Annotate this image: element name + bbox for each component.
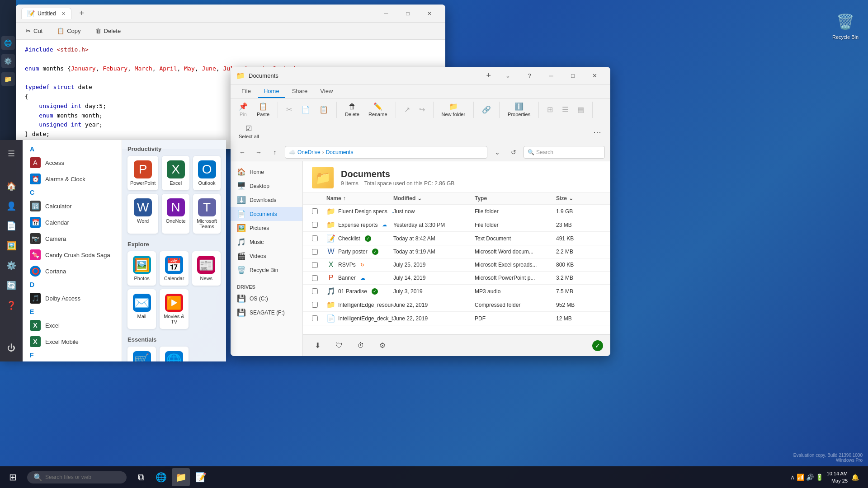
app-candy-crush[interactable]: 🍬 Candy Crush Soda Saga: [23, 247, 122, 263]
maximize-explorer-button[interactable]: □: [562, 69, 583, 83]
tile-msedge[interactable]: 🌐 Microsoft Edge: [160, 347, 188, 361]
col-name[interactable]: Name ↑: [326, 195, 393, 202]
cut-button[interactable]: ✂ Cut: [23, 26, 45, 36]
table-row[interactable]: 📁Fluent Design specs☁ Just now File fold…: [303, 205, 610, 218]
sidebar-downloads[interactable]: ⬇️ Downloads: [231, 193, 302, 207]
tile-calendar[interactable]: 📅 Calendar: [160, 251, 188, 286]
app-excel[interactable]: X Excel: [23, 317, 122, 333]
side-icon-2[interactable]: ⚙️: [1, 54, 15, 68]
task-view-button[interactable]: ⧉: [132, 468, 150, 486]
app-camera[interactable]: 📷 Camera: [23, 230, 122, 247]
row-checkbox[interactable]: [312, 208, 318, 214]
new-folder-button[interactable]: 📁 New folder: [439, 100, 468, 119]
wifi-tray-icon[interactable]: 📶: [797, 474, 804, 481]
footer-download-icon[interactable]: ⬇: [310, 338, 325, 353]
footer-shield-icon[interactable]: 🛡: [332, 338, 346, 353]
app-calendar[interactable]: 📅 Calendar: [23, 214, 122, 230]
ribbon-tab-file[interactable]: File: [236, 85, 256, 98]
app-alarms[interactable]: ⏰ Alarms & Clock: [23, 171, 122, 187]
tile-outlook[interactable]: O Outlook: [193, 156, 221, 190]
select-all-button[interactable]: ☑ Select all: [236, 122, 262, 141]
tile-mail[interactable]: ✉️ Mail: [127, 289, 156, 329]
tile-teams[interactable]: T Microsoft Teams: [193, 194, 221, 234]
volume-tray-icon[interactable]: 🔊: [806, 474, 814, 481]
col-type[interactable]: Type: [475, 195, 556, 202]
taskbar-clock[interactable]: 10:14 AM May 25: [827, 470, 848, 485]
taskbar-search-input[interactable]: [45, 474, 113, 480]
app-access[interactable]: A Access: [23, 155, 122, 171]
clipboard-copy-button[interactable]: 📄: [298, 103, 313, 116]
ribbon-tab-view[interactable]: View: [315, 85, 338, 98]
footer-settings-icon[interactable]: ⚙: [375, 338, 390, 353]
back-button[interactable]: ←: [236, 146, 249, 159]
start-settings-icon[interactable]: ⚙️: [3, 258, 19, 274]
table-row[interactable]: 📁Expense reports☁ Yesterday at 3:30 PM F…: [303, 218, 610, 232]
sidebar-music[interactable]: 🎵 Music: [231, 235, 302, 249]
app-calculator[interactable]: 🔢 Calculator: [23, 198, 122, 214]
row-checkbox[interactable]: [312, 288, 318, 294]
delete-ribbon-button[interactable]: 🗑 Delete: [342, 101, 362, 119]
col-modified[interactable]: Modified ⌄: [393, 195, 475, 202]
delete-button[interactable]: 🗑 Delete: [93, 26, 124, 36]
minimize-explorer-button[interactable]: ─: [541, 69, 561, 83]
sidebar-c-drive[interactable]: 💾 OS (C:): [231, 291, 302, 305]
help-button[interactable]: ?: [519, 69, 540, 83]
ribbon-tab-share[interactable]: Share: [287, 85, 313, 98]
move-button[interactable]: ↗: [401, 103, 413, 116]
clipboard-paste-to-button[interactable]: 📋: [316, 103, 331, 116]
app-cortana[interactable]: ⭕ Cortana: [23, 263, 122, 279]
start-help-icon[interactable]: ❓: [3, 297, 19, 314]
breadcrumb-onedrive[interactable]: OneDrive: [297, 149, 321, 155]
col-size[interactable]: Size ⌄: [556, 195, 601, 202]
notepad-taskbar-icon[interactable]: 📝: [192, 468, 210, 486]
tray-up-arrow[interactable]: ∧: [790, 474, 795, 481]
table-row[interactable]: 🎵01 Paradise✓ July 3, 2019 MP3 audio 7.5…: [303, 285, 610, 298]
breadcrumb-documents[interactable]: Documents: [326, 149, 354, 155]
notification-button[interactable]: 🔔: [851, 474, 859, 481]
address-bar[interactable]: ☁️ OneDrive › Documents: [285, 146, 487, 159]
tile-onenote[interactable]: N OneNote: [162, 194, 189, 234]
edge-taskbar-icon[interactable]: 🌐: [152, 468, 170, 486]
forward-button[interactable]: →: [252, 146, 265, 159]
table-row[interactable]: PBanner☁ July 14, 2019 Microsoft PowerPo…: [303, 272, 610, 285]
view-layout-2[interactable]: ☰: [559, 103, 571, 116]
app-feedback[interactable]: 💬 Feedback Hub: [23, 361, 122, 361]
battery-tray-icon[interactable]: 🔋: [816, 474, 823, 481]
row-checkbox[interactable]: [312, 262, 318, 268]
more-options-button[interactable]: ⋯: [590, 125, 605, 139]
start-home-icon[interactable]: 🏠: [3, 178, 19, 194]
row-checkbox[interactable]: [312, 235, 318, 241]
table-row[interactable]: WParty poster✓ Today at 9:19 AM Microsof…: [303, 245, 610, 258]
ribbon-tab-home[interactable]: Home: [258, 85, 285, 98]
hamburger-menu-icon[interactable]: ☰: [3, 145, 19, 162]
minimize-button[interactable]: ─: [376, 6, 396, 21]
add-tab-btn[interactable]: +: [483, 71, 494, 80]
start-button[interactable]: ⊞: [4, 468, 22, 486]
close-button[interactable]: ✕: [419, 6, 440, 21]
start-pics-icon[interactable]: 🖼️: [3, 238, 19, 254]
refresh-button[interactable]: ↺: [507, 146, 520, 159]
side-icon-1[interactable]: 🌐: [1, 36, 15, 50]
pin-button[interactable]: 📌 Pin: [236, 100, 250, 119]
row-checkbox[interactable]: [312, 249, 318, 255]
maximize-button[interactable]: □: [397, 6, 418, 21]
rename-button[interactable]: ✏️ Rename: [366, 100, 390, 119]
app-excel-mobile[interactable]: X Excel Mobile: [23, 333, 122, 350]
tile-photos[interactable]: 🖼️ Photos: [127, 251, 156, 286]
tile-movies[interactable]: ▶️ Movies & TV: [160, 289, 188, 329]
row-checkbox[interactable]: [312, 275, 318, 281]
start-power-icon[interactable]: ⏻: [3, 340, 19, 356]
taskbar-search[interactable]: 🔍: [27, 471, 127, 483]
sidebar-documents[interactable]: 📄 Documents: [231, 207, 302, 221]
tile-news[interactable]: 📰 News: [192, 251, 221, 286]
row-checkbox[interactable]: [312, 315, 318, 321]
add-tab-button[interactable]: +: [75, 7, 89, 20]
search-bar[interactable]: 🔍 Search: [524, 146, 605, 159]
tile-msstore[interactable]: 🛒 Microsoft Store: [127, 347, 156, 361]
table-row[interactable]: 📄IntelligentEdge_deck_basic☁ June 22, 20…: [303, 312, 610, 325]
recycle-bin-icon[interactable]: 🗑️ Recycle Bin: [827, 9, 863, 42]
file-explorer-taskbar-icon[interactable]: 📁: [172, 468, 190, 486]
sidebar-recycle[interactable]: 🗑️ Recycle Bin: [231, 263, 302, 277]
tile-word[interactable]: W Word: [127, 194, 158, 234]
breadcrumb-dropdown[interactable]: ⌄: [491, 146, 504, 159]
